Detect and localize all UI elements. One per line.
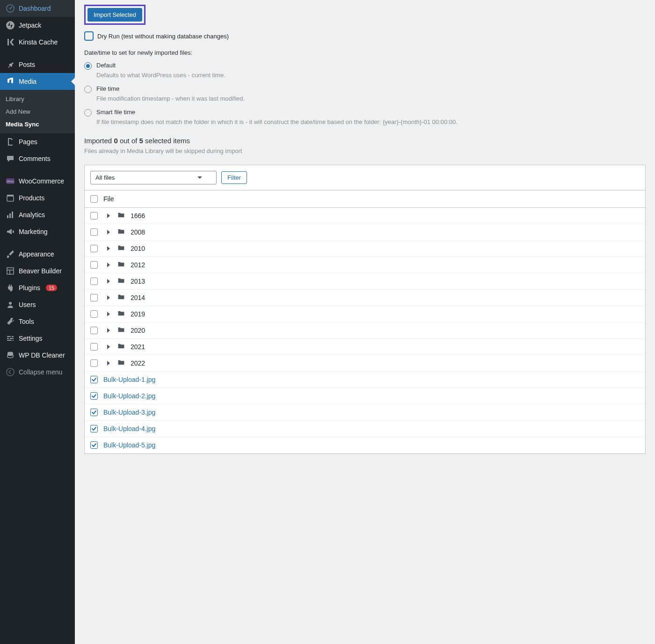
import-selected-button[interactable]: Import Selected	[87, 8, 142, 22]
table-row[interactable]: Bulk-Upload-1.jpg	[85, 372, 645, 388]
expand-icon[interactable]	[107, 328, 110, 333]
file-name[interactable]: Bulk-Upload-2.jpg	[103, 392, 155, 400]
folder-name[interactable]: 2022	[131, 359, 145, 367]
folder-name[interactable]: 2013	[131, 278, 145, 285]
row-checkbox[interactable]	[90, 212, 98, 220]
table-row[interactable]: Bulk-Upload-2.jpg	[85, 388, 645, 404]
folder-name[interactable]: 2012	[131, 261, 145, 269]
dryrun-checkbox[interactable]	[84, 31, 94, 41]
sidebar-item-appearance[interactable]: Appearance	[0, 246, 75, 263]
expand-icon[interactable]	[107, 295, 110, 300]
folder-name[interactable]: 2020	[131, 327, 145, 334]
folder-icon	[117, 228, 125, 234]
sidebar-item-dashboard[interactable]: Dashboard	[0, 0, 75, 17]
file-name[interactable]: Bulk-Upload-3.jpg	[103, 409, 155, 416]
row-checkbox[interactable]	[90, 245, 98, 252]
table-row[interactable]: 2019	[85, 306, 645, 322]
row-checkbox[interactable]	[90, 261, 98, 269]
file-name[interactable]: Bulk-Upload-4.jpg	[103, 425, 155, 432]
folder-name[interactable]: 2010	[131, 245, 145, 252]
table-row[interactable]: 2021	[85, 339, 645, 355]
table-row[interactable]: 2014	[85, 290, 645, 306]
sidebar-item-kinsta[interactable]: Kinsta Cache	[0, 34, 75, 51]
filter-button[interactable]: Filter	[221, 171, 247, 184]
expand-icon[interactable]	[107, 213, 110, 218]
file-name[interactable]: Bulk-Upload-5.jpg	[103, 441, 155, 449]
expand-icon[interactable]	[107, 312, 110, 316]
table-row[interactable]: Bulk-Upload-4.jpg	[85, 421, 645, 437]
sidebar-item-tools[interactable]: Tools	[0, 313, 75, 330]
sidebar-item-settings[interactable]: Settings	[0, 330, 75, 347]
filter-select[interactable]: All files	[90, 171, 217, 184]
radio-option[interactable]: Smart file time	[84, 109, 646, 117]
row-checkbox[interactable]	[90, 343, 98, 351]
jetpack-icon	[6, 21, 15, 30]
folder-name[interactable]: 1666	[131, 212, 145, 220]
table-row[interactable]: Bulk-Upload-3.jpg	[85, 404, 645, 421]
folder-name[interactable]: 2021	[131, 343, 145, 351]
sidebar-item-media[interactable]: Media	[0, 73, 75, 90]
sidebar-item-marketing[interactable]: Marketing	[0, 223, 75, 240]
table-row[interactable]: 1666	[85, 208, 645, 224]
table-row[interactable]: Bulk-Upload-5.jpg	[85, 437, 645, 454]
row-checkbox[interactable]	[90, 376, 98, 383]
folder-name[interactable]: 2008	[131, 228, 145, 236]
table-row[interactable]: 2022	[85, 355, 645, 372]
sidebar-subitem-library[interactable]: Library	[0, 93, 75, 105]
table-row[interactable]: 2012	[85, 257, 645, 273]
radio-button[interactable]	[84, 109, 92, 117]
sidebar-item-analytics[interactable]: Analytics	[0, 206, 75, 223]
admin-sidebar: Dashboard Jetpack Kinsta Cache Posts Med…	[0, 0, 75, 644]
row-checkbox[interactable]	[90, 441, 98, 449]
row-checkbox[interactable]	[90, 392, 98, 400]
folder-icon-wrap	[117, 261, 125, 269]
folder-name[interactable]: 2019	[131, 310, 145, 318]
megaphone-icon	[6, 227, 15, 236]
expand-icon[interactable]	[107, 263, 110, 267]
table-row[interactable]: 2020	[85, 322, 645, 339]
folder-name[interactable]: 2014	[131, 294, 145, 301]
row-checkbox[interactable]	[90, 425, 98, 432]
sidebar-item-posts[interactable]: Posts	[0, 56, 75, 73]
folder-icon-wrap	[117, 327, 125, 334]
table-row[interactable]: 2008	[85, 224, 645, 241]
radio-option[interactable]: Default	[84, 62, 646, 70]
sidebar-item-beaver[interactable]: Beaver Builder	[0, 263, 75, 279]
sidebar-collapse[interactable]: Collapse menu	[0, 364, 75, 381]
select-all-checkbox[interactable]	[90, 195, 98, 203]
expand-icon[interactable]	[107, 279, 110, 284]
sidebar-item-plugins[interactable]: Plugins 15	[0, 279, 75, 296]
expand-icon[interactable]	[107, 246, 110, 251]
row-checkbox[interactable]	[90, 278, 98, 285]
row-checkbox[interactable]	[90, 359, 98, 367]
radio-button[interactable]	[84, 62, 92, 70]
sidebar-item-label: WooCommerce	[19, 177, 64, 185]
table-row[interactable]: 2010	[85, 241, 645, 257]
radio-label: File time	[96, 85, 119, 92]
row-checkbox[interactable]	[90, 294, 98, 301]
sidebar-item-pages[interactable]: Pages	[0, 133, 75, 150]
expand-icon[interactable]	[107, 230, 110, 234]
folder-icon	[117, 212, 125, 218]
radio-option[interactable]: File time	[84, 85, 646, 93]
table-row[interactable]: 2013	[85, 273, 645, 290]
radio-button[interactable]	[84, 86, 92, 93]
sidebar-item-users[interactable]: Users	[0, 296, 75, 313]
main-content: Import Selected Dry Run (test without ma…	[75, 0, 655, 644]
expand-icon[interactable]	[107, 344, 110, 349]
sidebar-item-products[interactable]: Products	[0, 190, 75, 206]
sidebar-subitem-addnew[interactable]: Add New	[0, 105, 75, 118]
svg-rect-5	[7, 196, 14, 201]
sidebar-item-comments[interactable]: Comments	[0, 150, 75, 167]
row-checkbox[interactable]	[90, 228, 98, 236]
row-checkbox[interactable]	[90, 409, 98, 416]
sidebar-item-woocommerce[interactable]: Woo WooCommerce	[0, 173, 75, 190]
row-checkbox[interactable]	[90, 310, 98, 318]
file-name[interactable]: Bulk-Upload-1.jpg	[103, 376, 155, 383]
row-checkbox[interactable]	[90, 327, 98, 334]
sidebar-item-jetpack[interactable]: Jetpack	[0, 17, 75, 34]
expand-icon[interactable]	[107, 361, 110, 366]
sidebar-subitem-mediasync[interactable]: Media Sync	[0, 118, 75, 131]
column-header-file[interactable]: File	[103, 195, 114, 203]
sidebar-item-dbcleaner[interactable]: WP DB Cleaner	[0, 347, 75, 364]
